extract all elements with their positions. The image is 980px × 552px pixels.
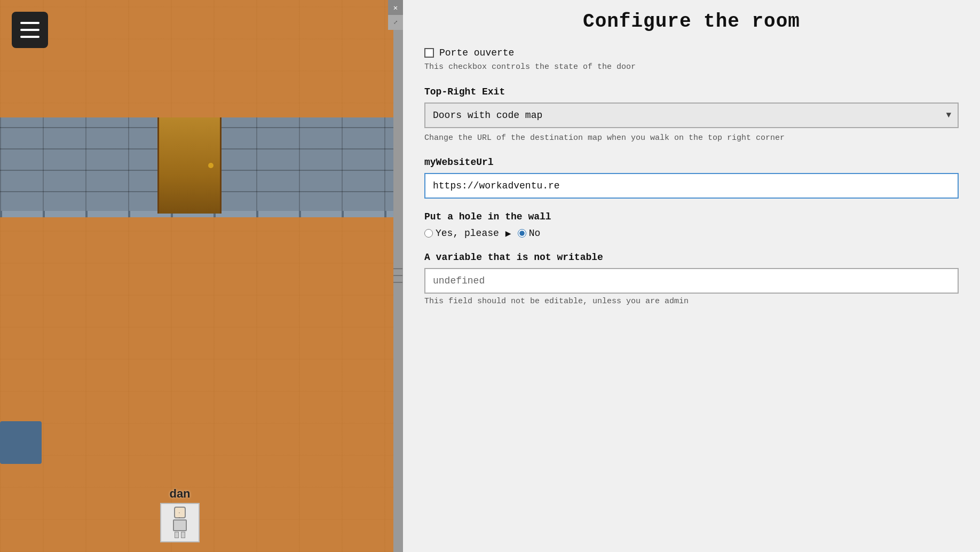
blue-object [0,421,42,464]
panel-divider: ||| [393,0,403,552]
checkbox-row: Porte ouverte [424,48,959,58]
menu-button[interactable] [12,12,48,48]
door-checkbox[interactable] [424,48,434,58]
website-url-input[interactable] [424,173,959,199]
non-writable-helper-text: This field should not be editable, unles… [424,296,959,308]
close-button[interactable]: ✕ [388,0,403,15]
exit-helper-text: Change the URL of the destination map wh… [424,132,959,145]
divider-dots: ||| [393,266,403,286]
website-url-section: myWebsiteUrl [424,157,959,199]
hole-no-option[interactable]: No [518,228,541,239]
hole-in-wall-label: Put a hole in the wall [424,211,959,222]
resize-button[interactable]: ⤢ [388,15,403,30]
character-sprite [160,503,200,542]
website-url-label: myWebsiteUrl [424,157,959,168]
char-leg-left [175,532,179,538]
hole-yes-radio[interactable] [424,229,433,238]
char-leg-right [181,532,185,538]
character-container: dan [160,487,200,542]
char-head [174,507,186,518]
exit-dropdown-wrapper: Doors with code map None Custom URL ▼ [424,102,959,128]
hole-yes-label: Yes, please [436,228,499,239]
pixel-character [167,507,193,539]
non-writable-input [424,268,959,294]
char-legs [167,532,193,538]
character-name: dan [169,487,190,501]
door-checkbox-label[interactable]: Porte ouverte [439,48,514,58]
menu-line-1 [20,22,39,24]
door-section: Porte ouverte This checkbox controls the… [424,48,959,74]
top-right-exit-section: Top-Right Exit Doors with code map None … [424,86,959,145]
hole-no-label: No [529,228,541,239]
hole-no-radio[interactable] [518,229,526,238]
config-title: Configure the room [424,11,959,33]
non-writable-section: A variable that is not writable This fie… [424,252,959,308]
hole-yes-option[interactable]: Yes, please [424,228,499,239]
game-controls: ✕ ⤢ [388,0,403,30]
hole-radio-separator: ▶ [505,227,511,239]
char-body [173,519,187,531]
menu-line-2 [20,29,39,31]
exit-dropdown[interactable]: Doors with code map None Custom URL [424,102,959,128]
door-helper-text: This checkbox controls the state of the … [424,61,959,74]
menu-line-3 [20,36,39,38]
top-right-exit-label: Top-Right Exit [424,86,959,97]
floor-background [0,0,403,552]
config-panel: Configure the room Porte ouverte This ch… [403,0,980,552]
non-writable-label: A variable that is not writable [424,252,959,263]
door [157,117,222,214]
hole-in-wall-section: Put a hole in the wall Yes, please ▶ No [424,211,959,239]
game-panel: ✕ ⤢ dan ||| [0,0,403,552]
hole-radio-row: Yes, please ▶ No [424,227,959,239]
